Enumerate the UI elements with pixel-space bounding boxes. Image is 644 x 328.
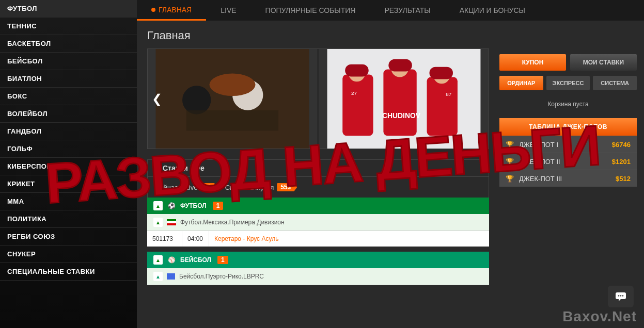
bet-type-system[interactable]: СИСТЕМА bbox=[593, 76, 637, 90]
sidebar-item-cricket[interactable]: КРИКЕТ bbox=[0, 175, 137, 193]
sidebar-item-mma[interactable]: ММА bbox=[0, 193, 137, 210]
jackpot-table-header: ТАБЛИЦА ДЖЕК-ПОТОВ bbox=[499, 118, 637, 136]
top-navigation: ГЛАВНАЯ LIVE ПОПУЛЯРНЫЕ СОБЫТИЯ РЕЗУЛЬТА… bbox=[137, 0, 644, 21]
sidebar-item-football[interactable]: ФУТБОЛ bbox=[0, 0, 137, 18]
jackpot-row-3: 🏆 ДЖЕК-ПОТ III $512 bbox=[499, 170, 637, 187]
tab-live-now-label: Сейчас в Live bbox=[155, 184, 197, 191]
match-time: 04:00 bbox=[182, 231, 209, 247]
collapse-icon[interactable]: ▲ bbox=[153, 201, 163, 210]
sidebar-item-tennis[interactable]: ТЕННИС bbox=[0, 18, 137, 35]
nav-live[interactable]: LIVE bbox=[206, 0, 250, 21]
trophy-icon: 🏆 bbox=[506, 157, 514, 166]
tab-soon-label: Скоро начнутся bbox=[225, 184, 274, 191]
svg-point-21 bbox=[620, 295, 622, 297]
football-image bbox=[148, 49, 317, 149]
svg-point-20 bbox=[618, 295, 620, 297]
sidebar-item-baseball[interactable]: БЕЙСБОЛ bbox=[0, 53, 137, 70]
jackpot-name-3: ДЖЕК-ПОТ III bbox=[519, 175, 562, 183]
svg-rect-6 bbox=[342, 74, 373, 136]
svg-text:CHUDINOV: CHUDINOV bbox=[382, 111, 421, 120]
svg-rect-14 bbox=[429, 67, 453, 79]
svg-point-22 bbox=[622, 295, 624, 297]
trophy-icon: 🏆 bbox=[506, 140, 514, 149]
soon-count: 553 bbox=[277, 183, 297, 191]
sidebar-item-snooker[interactable]: СНУКЕР bbox=[0, 245, 137, 263]
baseball-icon: ⚾ bbox=[167, 255, 176, 265]
sidebar-item-basketball[interactable]: БАСКЕТБОЛ bbox=[0, 35, 137, 53]
main-content: ГЛАВНАЯ LIVE ПОПУЛЯРНЫЕ СОБЫТИЯ РЕЗУЛЬТА… bbox=[137, 0, 644, 328]
live-bets-header[interactable]: ▸ Ставки Live bbox=[147, 159, 489, 177]
sidebar-item-golf[interactable]: ГОЛЬФ bbox=[0, 140, 137, 158]
sidebar-item-specials[interactable]: СПЕЦИАЛЬНЫЕ СТАВКИ bbox=[0, 263, 137, 281]
sport-name-football: ФУТБОЛ bbox=[180, 202, 207, 209]
collapse-icon[interactable]: ▲ bbox=[153, 255, 163, 265]
tab-live-now[interactable]: Сейчас в Live 19 bbox=[155, 183, 217, 191]
sidebar-item-handball[interactable]: ГАНДБОЛ bbox=[0, 123, 137, 140]
jackpot-amount-3: $512 bbox=[616, 175, 631, 183]
svg-rect-0 bbox=[156, 49, 309, 149]
sidebar-item-esports[interactable]: КИБЕРСПОРТ bbox=[0, 158, 137, 175]
right-panel: КУПОН МОИ СТАВКИ ОРДИНАР ЭКСПРЕСС СИСТЕМ… bbox=[499, 21, 644, 328]
match-teams[interactable]: Керетаро - Крус Асуль bbox=[209, 231, 489, 247]
jackpot-row-2: 🏆 ДЖЕК-ПОТ II $1201 bbox=[499, 153, 637, 170]
hockey-image: CHUDINOV 27 87 bbox=[319, 49, 489, 149]
svg-point-1 bbox=[182, 86, 211, 114]
nav-main[interactable]: ГЛАВНАЯ bbox=[137, 0, 206, 21]
svg-point-3 bbox=[209, 74, 255, 96]
svg-rect-8 bbox=[427, 77, 458, 136]
jackpot-row-1: 🏆 ДЖЕК-ПОТ I $6746 bbox=[499, 136, 637, 153]
svg-rect-4 bbox=[186, 110, 278, 131]
jackpot-name-1: ДЖЕК-ПОТ I bbox=[519, 141, 558, 149]
collapse-icon[interactable]: ▲ bbox=[153, 272, 163, 281]
sidebar-item-boxing[interactable]: БОКС bbox=[0, 88, 137, 105]
carousel-slide-1[interactable] bbox=[148, 49, 317, 149]
sport-header-baseball[interactable]: ▲ ⚾ БЕЙСБОЛ 1 bbox=[147, 252, 489, 268]
svg-text:27: 27 bbox=[351, 90, 357, 96]
jackpot-name-2: ДЖЕК-ПОТ II bbox=[519, 158, 560, 166]
page-title: Главная bbox=[147, 29, 489, 42]
sport-header-football[interactable]: ▲ ⚽ ФУТБОЛ 1 bbox=[147, 198, 489, 214]
bet-type-single[interactable]: ОРДИНАР bbox=[499, 76, 543, 90]
match-id: 501173 bbox=[147, 231, 182, 247]
football-icon: ⚽ bbox=[167, 201, 176, 210]
trophy-icon: 🏆 bbox=[506, 174, 514, 183]
jackpot-amount-2: $1201 bbox=[612, 158, 631, 166]
collapse-icon[interactable]: ▲ bbox=[153, 218, 163, 227]
sidebar-item-volleyball[interactable]: ВОЛЕЙБОЛ bbox=[0, 105, 137, 123]
bet-type-express[interactable]: ЭКСПРЕСС bbox=[546, 76, 590, 90]
sidebar-item-biathlon[interactable]: БИАТЛОН bbox=[0, 70, 137, 88]
mexico-flag-icon bbox=[167, 219, 176, 225]
nav-main-label: ГЛАВНАЯ bbox=[159, 6, 192, 14]
chat-button[interactable] bbox=[608, 286, 634, 307]
sidebar-item-politics[interactable]: ПОЛИТИКА bbox=[0, 210, 137, 228]
live-now-count: 19 bbox=[200, 183, 217, 191]
svg-marker-19 bbox=[619, 299, 621, 301]
puerto-rico-flag-icon bbox=[167, 273, 175, 280]
svg-rect-7 bbox=[383, 70, 416, 136]
league-row-pr[interactable]: ▲ Бейсбол.Пуэрто-Рико.LBPRC bbox=[147, 268, 489, 285]
promo-carousel: ❮ bbox=[147, 48, 489, 149]
svg-rect-12 bbox=[345, 64, 369, 77]
watermark-text: Baxov.Net bbox=[562, 308, 637, 325]
nav-promo[interactable]: АКЦИИ И БОНУСЫ bbox=[445, 0, 540, 21]
tab-starting-soon[interactable]: Скоро начнутся 553 bbox=[225, 183, 297, 191]
league-name-pr: Бейсбол.Пуэрто-Рико.LBPRC bbox=[179, 273, 264, 280]
live-tabs: Сейчас в Live 19 Скоро начнутся 553 bbox=[147, 177, 489, 198]
match-row: 501173 04:00 Керетаро - Крус Асуль bbox=[147, 231, 489, 247]
carousel-prev-icon[interactable]: ❮ bbox=[152, 92, 162, 106]
left-sidebar: ФУТБОЛ ТЕННИС БАСКЕТБОЛ БЕЙСБОЛ БИАТЛОН … bbox=[0, 0, 137, 328]
sidebar-item-rugby[interactable]: РЕГБИ СОЮЗ bbox=[0, 228, 137, 245]
jackpot-amount-1: $6746 bbox=[612, 141, 631, 149]
nav-popular[interactable]: ПОПУЛЯРНЫЕ СОБЫТИЯ bbox=[251, 0, 370, 21]
live-bets-title: Ставки Live bbox=[163, 164, 205, 172]
league-row-mexico[interactable]: ▲ Футбол.Мексика.Примера Дивизион bbox=[147, 214, 489, 231]
carousel-slide-2[interactable]: CHUDINOV 27 87 bbox=[319, 49, 489, 149]
football-count: 1 bbox=[213, 202, 224, 210]
nav-results[interactable]: РЕЗУЛЬТАТЫ bbox=[370, 0, 445, 21]
svg-rect-13 bbox=[388, 59, 412, 72]
active-indicator-icon bbox=[151, 8, 155, 12]
chat-icon bbox=[615, 291, 627, 302]
tab-my-bets[interactable]: МОИ СТАВКИ bbox=[570, 54, 637, 71]
svg-text:87: 87 bbox=[446, 91, 451, 97]
tab-coupon[interactable]: КУПОН bbox=[499, 54, 566, 71]
